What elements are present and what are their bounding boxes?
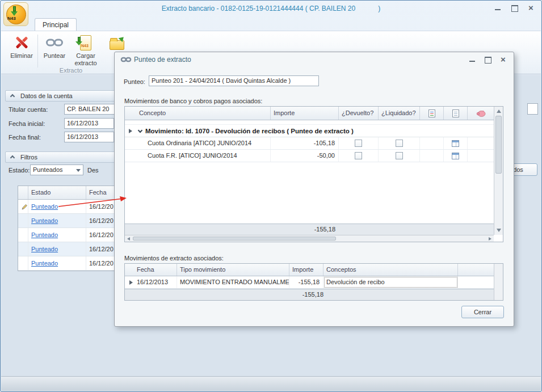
ribbon-tabstrip: Principal xyxy=(1,18,541,31)
conceptos-cell[interactable]: Devolución de recibo xyxy=(323,276,458,288)
scrollbar-thumb[interactable] xyxy=(495,116,502,174)
punteo-dialog: Punteo de extracto × Punteo: Punteo 201 … xyxy=(114,52,514,327)
horizontal-scrollbar[interactable] xyxy=(125,235,494,242)
column-header-report[interactable] xyxy=(420,107,444,120)
pencil-edit-icon xyxy=(22,204,28,210)
fecha-final-label: Fecha final: xyxy=(9,134,41,141)
panel-header-datos-cuenta[interactable]: Datos de la cuenta xyxy=(5,90,124,102)
bank-grid-footer: -155,18 xyxy=(125,224,494,235)
folder-export-icon xyxy=(110,40,124,50)
devuelto-checkbox[interactable] xyxy=(355,140,362,147)
cargar-extracto-button[interactable]: N43 Cargar extracto xyxy=(70,33,101,68)
table-row[interactable]: Cuota Ordinaria [ATICO] JUNIO/2014 -105,… xyxy=(125,137,494,150)
scroll-up-icon[interactable] xyxy=(497,109,501,113)
punteado-link[interactable]: Punteado xyxy=(31,260,58,267)
collapse-chevron-icon xyxy=(10,155,15,160)
table-row[interactable]: Punteado 16/12/20 xyxy=(18,214,125,228)
window-title: Extracto bancario - 0182-0125-19-0121444… xyxy=(162,5,380,12)
main-window: Extracto bancario - 0182-0125-19-0121444… xyxy=(0,0,542,392)
detail-table-icon[interactable] xyxy=(452,140,459,147)
scroll-right-icon[interactable] xyxy=(489,237,491,241)
column-header-conceptos[interactable]: Conceptos xyxy=(323,264,458,276)
partial-right-field xyxy=(527,103,538,115)
concepto-cell: Cuota Ordinaria [ATICO] JUNIO/2014 xyxy=(136,137,271,149)
maximize-icon[interactable] xyxy=(484,56,491,63)
close-icon[interactable]: × xyxy=(499,56,507,63)
minimize-icon[interactable] xyxy=(494,5,502,11)
liquidado-checkbox[interactable] xyxy=(396,152,403,159)
eliminar-label: Eliminar xyxy=(10,52,33,59)
punteado-link[interactable]: Punteado xyxy=(31,217,58,224)
table-row[interactable]: Punteado 16/12/20 xyxy=(18,242,125,256)
importe-cell: -50,00 xyxy=(271,150,339,162)
row-indicator-header xyxy=(125,107,136,120)
cargar-extracto-label: Cargar extracto xyxy=(74,52,96,66)
cerrar-button[interactable]: Cerrar xyxy=(461,306,504,318)
estado-select-value: Punteados xyxy=(33,166,63,173)
extract-grid-header: Fecha Tipo movimiento Importe Conceptos xyxy=(125,264,494,276)
table-row[interactable]: Punteado 16/12/20 xyxy=(18,200,125,214)
piggy-bank-icon xyxy=(476,110,486,117)
column-header-devuelto[interactable]: ¿Devuelto? xyxy=(339,107,379,120)
scroll-left-icon[interactable] xyxy=(127,237,130,241)
table-row[interactable]: 16/12/2013 MOVIMIENTO ENTRADO MANUALMENT… xyxy=(125,276,494,289)
table-row[interactable]: Cuota F.R. [ATICO] JUNIO/2014 -50,00 xyxy=(125,150,494,162)
grid-gap xyxy=(125,120,494,125)
panel-header-filtros[interactable]: Filtros xyxy=(5,151,124,163)
bank-grid-header: Concepto Importe ¿Devuelto? ¿Liquidado? xyxy=(125,107,494,120)
column-header-concepto[interactable]: Concepto xyxy=(136,107,271,120)
bank-grid: Concepto Importe ¿Devuelto? ¿Liquidado? xyxy=(124,106,503,242)
estado-select[interactable]: Punteados xyxy=(30,165,83,175)
punteado-link[interactable]: Punteado xyxy=(31,246,58,252)
scroll-down-icon[interactable] xyxy=(497,229,501,232)
filtros-title: Filtros xyxy=(20,154,37,161)
table-row[interactable]: Punteado 16/12/20 xyxy=(18,228,125,242)
column-header-liquidado[interactable]: ¿Liquidado? xyxy=(379,107,420,120)
punteado-link[interactable]: Punteado xyxy=(31,203,58,210)
fecha-cell: 16/12/2013 xyxy=(134,276,177,288)
column-header-fecha[interactable]: Fecha xyxy=(134,264,177,276)
column-header-tipo-movimiento[interactable]: Tipo movimiento xyxy=(177,264,289,276)
column-header-receipts[interactable] xyxy=(468,107,494,120)
scrollbar-thumb[interactable] xyxy=(133,237,336,241)
close-icon[interactable]: × xyxy=(527,5,535,11)
minimize-icon[interactable] xyxy=(469,56,476,63)
fecha-final-field[interactable]: 16/12/2013 xyxy=(64,132,114,142)
row-marker-icon xyxy=(129,280,133,285)
puntear-button[interactable]: Puntear xyxy=(40,33,69,68)
ribbon-group-separator xyxy=(37,35,38,68)
row-marker-icon xyxy=(129,129,132,133)
column-header-document[interactable] xyxy=(444,107,468,120)
datos-cuenta-title: Datos de la cuenta xyxy=(20,92,73,99)
tab-principal[interactable]: Principal xyxy=(35,18,77,31)
eliminar-button[interactable]: Eliminar xyxy=(7,33,36,68)
n43-file-icon: N43 xyxy=(80,35,91,50)
document-icon xyxy=(452,109,459,117)
column-header-estado[interactable]: Estado xyxy=(28,186,86,199)
vertical-scrollbar[interactable] xyxy=(494,107,503,235)
fecha-inicial-field[interactable]: 16/12/2013 xyxy=(64,118,114,129)
movement-group-row[interactable]: Movimiento: Id. 1070 - Devolución de rec… xyxy=(125,125,494,137)
chain-link-icon xyxy=(120,56,132,63)
collapse-chevron-icon xyxy=(10,94,15,99)
vertical-scrollbar[interactable] xyxy=(494,264,503,300)
liquidado-checkbox[interactable] xyxy=(396,140,403,147)
estados-grid: Estado Fecha Punteado 16/12/20 Punteado … xyxy=(18,186,125,271)
app-menu-button[interactable]: N43 xyxy=(3,2,28,26)
tipo-movimiento-cell: MOVIMIENTO ENTRADO MANUALMENTE xyxy=(177,276,289,288)
column-header-importe[interactable]: Importe xyxy=(271,107,339,120)
column-header-importe[interactable]: Importe xyxy=(289,264,323,276)
titular-cuenta-label: Titular cuenta: xyxy=(9,106,48,113)
detail-table-icon[interactable] xyxy=(452,153,459,159)
delete-x-icon xyxy=(14,35,29,50)
devuelto-checkbox[interactable] xyxy=(355,152,362,159)
estados-grid-header: Estado Fecha xyxy=(18,186,125,200)
chain-link-icon xyxy=(45,37,64,48)
maximize-icon[interactable] xyxy=(511,5,518,11)
punteo-field[interactable]: Punteo 201 - 24/04/2014 ( David Quintas … xyxy=(149,75,319,86)
bank-grid-caption: Movimientos de banco y cobros pagos asoc… xyxy=(124,98,262,104)
punteado-link[interactable]: Punteado xyxy=(31,231,58,238)
importe-cell: -105,18 xyxy=(271,137,339,149)
expand-chevron-icon xyxy=(138,128,142,132)
table-row[interactable]: Punteado 16/12/20 xyxy=(18,256,125,271)
